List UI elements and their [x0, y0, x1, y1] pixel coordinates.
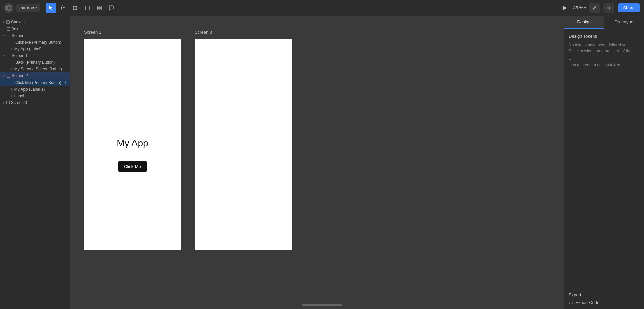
canvas-area[interactable]: Screen 2 My App Click Me Screen 3 — [70, 16, 564, 309]
screen3-container: Screen 3 — [195, 30, 292, 250]
button-icon — [11, 41, 14, 44]
grid-tool-button[interactable] — [94, 3, 105, 13]
svg-rect-13 — [97, 8, 99, 10]
screen2-app-text: My App — [117, 138, 148, 149]
text-icon: T — [11, 47, 13, 51]
sidebar-item-back-primary[interactable]: Back (Primary Button) — [0, 59, 70, 66]
svg-rect-14 — [100, 8, 101, 10]
sidebar-item-label: Screen 1 — [12, 53, 67, 58]
screen2-frame[interactable]: My App Click Me — [84, 39, 181, 250]
sidebar-item-click-me-primary[interactable]: Click Me (Primary Button) — [0, 39, 70, 46]
screen2-container: Screen 2 My App Click Me — [84, 30, 181, 250]
sidebar-item-label: Label — [14, 94, 67, 98]
app-logo[interactable] — [4, 3, 13, 13]
select-tool-button[interactable] — [46, 3, 56, 13]
svg-rect-1 — [73, 6, 77, 10]
text-icon: T — [11, 87, 13, 91]
screen3-frame[interactable] — [195, 39, 292, 250]
svg-marker-0 — [6, 6, 11, 10]
expand-icon: ▶ — [3, 20, 5, 24]
tab-design[interactable]: Design — [564, 16, 604, 29]
svg-rect-12 — [100, 6, 101, 8]
text-icon: T — [11, 67, 13, 71]
expand-icon: ▼ — [3, 54, 6, 57]
design-tokens-dots: ... — [569, 55, 639, 61]
scrollbar-indicator — [302, 304, 342, 306]
main-area: ▶ Canvas Box ▼ Screen Click Me (Primary … — [0, 16, 644, 309]
component-tool-button[interactable] — [82, 3, 93, 13]
sidebar-item-label: My Second Screen (Label) — [14, 67, 67, 71]
screen3-label: Screen 3 — [195, 30, 212, 35]
sidebar-item-label: Back (Primary Button) — [15, 60, 67, 65]
text-icon: T — [11, 94, 13, 98]
share-button[interactable]: Share — [618, 3, 640, 12]
sidebar-item-label: Click Me (Primary Button) — [15, 40, 67, 45]
screen1-icon — [7, 54, 10, 57]
comment-tool-button[interactable] — [106, 3, 117, 13]
toolbar-tools — [46, 3, 117, 13]
svg-rect-11 — [97, 6, 99, 8]
export-code-row[interactable]: Export Code — [569, 300, 639, 305]
sidebar-item-box[interactable]: Box — [0, 25, 70, 32]
sidebar-item-my-app-label[interactable]: T My App (Label) — [0, 46, 70, 52]
code-icon — [569, 300, 573, 305]
box-icon — [7, 27, 10, 31]
sidebar-item-label: Screen 2 — [12, 73, 67, 78]
design-tokens-desc1: No tokens have been defined yet. Select … — [569, 42, 639, 54]
zoom-dropdown-icon: ▾ — [584, 6, 586, 10]
panel-tabs: Design Prototype — [564, 16, 644, 29]
design-tokens-desc2: icon to create a design token. — [569, 62, 639, 68]
sidebar-item-label: Click Me (Primary Button) — [15, 80, 62, 85]
sidebar-item-screen2[interactable]: ▼ Screen 2 — [0, 72, 70, 79]
screen3-icon — [6, 101, 10, 104]
topbar: my-app ▾ 85 % ▾ — [0, 0, 644, 16]
topbar-right: 85 % ▾ Share — [559, 3, 640, 13]
export-code-label: Export Code — [575, 300, 599, 305]
sidebar-item-canvas[interactable]: ▶ Canvas — [0, 19, 70, 25]
sidebar-item-label: My App (Label) — [14, 47, 67, 51]
sun-button[interactable] — [603, 3, 614, 13]
svg-point-17 — [608, 7, 610, 9]
button-icon — [11, 81, 14, 84]
zoom-value: 85 % — [573, 5, 583, 10]
app-name-label: my-app — [19, 5, 34, 10]
expand-icon: ▼ — [3, 34, 6, 37]
sidebar-item-screen[interactable]: ▼ Screen — [0, 32, 70, 39]
hand-tool-button[interactable] — [58, 3, 68, 13]
sidebar-item-label: Screen — [12, 33, 67, 38]
visibility-icon[interactable]: 👁 — [64, 81, 67, 85]
screen2-content: My App Click Me — [84, 39, 181, 250]
screen2-label: Screen 2 — [84, 30, 101, 35]
screen-icon — [7, 34, 10, 37]
button-icon — [11, 61, 14, 64]
right-panel: Design Prototype Design Tokens No tokens… — [564, 16, 644, 309]
screen2-click-button[interactable]: Click Me — [118, 161, 147, 172]
panel-body: Design Tokens No tokens have been define… — [564, 29, 644, 288]
expand-icon: ▶ — [3, 101, 5, 104]
play-button[interactable] — [559, 3, 570, 13]
zoom-display[interactable]: 85 % ▾ — [573, 5, 586, 10]
sidebar: ▶ Canvas Box ▼ Screen Click Me (Primary … — [0, 16, 70, 309]
screen3-content — [195, 39, 292, 250]
svg-rect-10 — [85, 6, 89, 10]
export-title: Export — [569, 292, 639, 297]
sidebar-item-click-me-primary2[interactable]: Click Me (Primary Button) 👁 — [0, 79, 70, 86]
expand-icon: ▼ — [3, 74, 6, 78]
dropdown-arrow-icon: ▾ — [35, 6, 37, 10]
screen2-icon — [7, 74, 10, 78]
tab-prototype[interactable]: Prototype — [604, 16, 644, 29]
edit-button[interactable] — [589, 3, 600, 13]
svg-marker-15 — [563, 6, 567, 10]
sidebar-item-label[interactable]: T Label — [0, 93, 70, 99]
sidebar-item-label: Box — [11, 27, 67, 31]
sidebar-item-my-second-screen[interactable]: T My Second Screen (Label) — [0, 66, 70, 72]
sidebar-item-label: My App (Label 1) — [14, 87, 67, 92]
sidebar-item-label: Screen 3 — [11, 100, 67, 105]
sidebar-item-screen1[interactable]: ▼ Screen 1 — [0, 52, 70, 59]
frame-tool-button[interactable] — [70, 3, 80, 13]
sidebar-item-screen3[interactable]: ▶ Screen 3 — [0, 99, 70, 106]
app-name-button[interactable]: my-app ▾ — [16, 4, 40, 12]
design-tokens-title: Design Tokens — [569, 34, 639, 39]
sidebar-item-my-app-label1[interactable]: T My App (Label 1) — [0, 86, 70, 93]
canvas-icon — [6, 20, 10, 24]
